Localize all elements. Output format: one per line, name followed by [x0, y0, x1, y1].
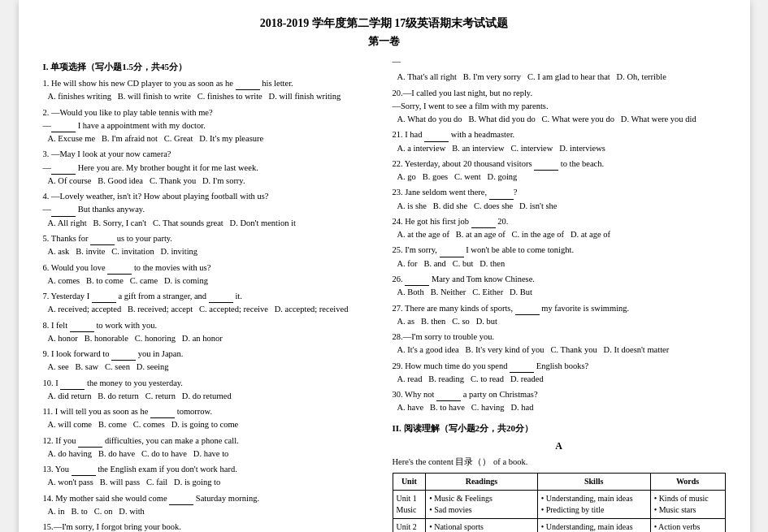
question-13: 13. You the English exam if you don't wo…	[43, 463, 376, 490]
q8-text: 8. I felt to work with you.	[43, 321, 158, 330]
question-15: 15.—I'm sorry, I forgot bring your book.…	[43, 521, 376, 532]
q13-text: 13. You the English exam if you don't wo…	[43, 465, 237, 474]
section1-header: I. 单项选择（写小题1.5分，共45分）	[43, 60, 376, 74]
question-26: 26. Mary and Tom know Chinese. A. Both B…	[393, 273, 726, 300]
q4-text: 4. —Lovely weather, isn't it? How about …	[43, 192, 269, 201]
q30-text: 30. Why not a party on Christmas?	[393, 390, 538, 399]
question-28: 28.—I'm sorry to trouble you. A. It's a …	[393, 331, 726, 357]
volume-title: 第一卷	[43, 34, 726, 49]
q29-text: 29. How much time do you spend English b…	[393, 361, 589, 370]
q5-text: 5. Thanks for us to your party.	[43, 234, 173, 243]
section2-header: II. 阅读理解（写小题2分，共20分）	[393, 422, 726, 435]
question-21: 21. I had with a headmaster. A. a interv…	[393, 128, 726, 155]
question-9: 9. I look forward to you in Japan. A. se…	[43, 348, 376, 374]
q7-text: 7. Yesterday I a gift from a stranger, a…	[43, 292, 242, 301]
cell-skills: Understanding, main ideasGuessing meanin…	[537, 518, 650, 532]
section2: II. 阅读理解（写小题2分，共20分） A Here's the conten…	[393, 422, 726, 532]
q9-options: A. see B. saw C. seen D. seeing	[48, 361, 376, 374]
cell-readings: National sportsThe ancient Olympic Games	[426, 518, 538, 532]
q19-dash: —	[393, 55, 726, 68]
q22-options: A. go B. goes C. went D. going	[397, 171, 726, 184]
q26-options: A. Both B. Neither C. Either D. But	[397, 286, 726, 299]
q21-options: A. a interview B. an interview C. interv…	[397, 142, 726, 155]
question-12: 12. If you difficulties, you can make a …	[43, 435, 376, 461]
q24-options: A. at the age of B. at an age of C. in t…	[397, 228, 726, 241]
q13-options: A. won't pass B. will pass C. fail D. is…	[48, 476, 376, 489]
q2-text: 2. —Would you like to play table tennis …	[43, 108, 213, 117]
question-23: 23. Jane seldom went there, ? A. is she …	[393, 186, 726, 213]
q20-text: 20.—I called you last night, but no repl…	[393, 89, 533, 97]
q11-options: A. will come B. come C. comes D. is goin…	[48, 418, 376, 431]
q12-text: 12. If you difficulties, you can make a …	[43, 436, 239, 445]
q7-options: A. received; accepted B. received; accep…	[48, 303, 376, 316]
q21-text: 21. I had with a headmaster.	[393, 130, 515, 139]
right-column: — A. That's all right B. I'm very sorry …	[393, 55, 726, 532]
question-3: 3. —May I look at your now camera? — Her…	[43, 148, 376, 188]
q12-options: A. do having B. do have C. do to have D.…	[48, 448, 376, 461]
content-table: Unit Readings Skills Words Unit 1 MusicM…	[393, 473, 726, 532]
section2-intro: Here's the content 目录（） of a book.	[393, 456, 726, 469]
q26-text: 26. Mary and Tom know Chinese.	[393, 275, 535, 283]
question-29: 29. How much time do you spend English b…	[393, 360, 726, 387]
cell-unit: Unit 1 Music	[393, 490, 426, 518]
question-2: 2. —Would you like to play table tennis …	[43, 106, 376, 146]
cell-readings: Music & FeelingsSad movies	[426, 490, 538, 518]
q1-options: A. finishes writing B. will finish to wr…	[48, 90, 376, 103]
table-row: Unit 1 MusicMusic & FeelingsSad moviesUn…	[393, 490, 725, 518]
q28-text: 28.—I'm sorry to trouble you.	[393, 332, 495, 341]
q8-options: A. honor B. honorable C. honoring D. an …	[48, 332, 376, 345]
question-8: 8. I felt to work with you. A. honor B. …	[43, 319, 376, 346]
question-11: 11. I will tell you as soon as he tomorr…	[43, 405, 376, 432]
col-header-skills: Skills	[537, 473, 650, 490]
table-row: Unit 2 SportsNational sportsThe ancient …	[393, 518, 725, 532]
q3-options: A. Of course B. Good idea C. Thank you D…	[48, 175, 376, 188]
question-25: 25. I'm sorry, I won't be able to come t…	[393, 244, 726, 270]
q5-options: A. ask B. invite C. invitation D. inviti…	[48, 245, 376, 258]
page-title: 2018-2019 学年度第二学期 17级英语期末考试试题	[43, 16, 726, 31]
col-header-unit: Unit	[393, 473, 426, 490]
q3-text: 3. —May I look at your now camera?	[43, 149, 171, 158]
question-5: 5. Thanks for us to your party. A. ask B…	[43, 232, 376, 259]
question-1: 1. He will show his new CD player to you…	[43, 77, 376, 104]
q10-options: A. did return B. do return C. return D. …	[48, 390, 376, 403]
q19-options: A. That's all right B. I'm very sorry C.…	[397, 71, 726, 84]
question-4: 4. —Lovely weather, isn't it? How about …	[43, 190, 376, 230]
q6-options: A. comes B. to come C. came D. is coming	[48, 275, 376, 288]
q1-text: 1. He will show his new CD player to you…	[43, 79, 293, 88]
question-10: 10. I the money to you yesterday. A. did…	[43, 377, 376, 404]
q30-options: A. have B. to have C. having D. had	[397, 401, 726, 414]
q15-text: 15.—I'm sorry, I forgot bring your book.	[43, 522, 181, 531]
col-header-readings: Readings	[426, 473, 538, 490]
q14-options: A. in B. to C. on D. with	[48, 505, 376, 518]
q2-options: A. Excuse me B. I'm afraid not C. Great …	[48, 132, 376, 145]
cell-unit: Unit 2 Sports	[393, 518, 426, 532]
q9-text: 9. I look forward to you in Japan.	[43, 349, 184, 358]
section2-col-a: A	[393, 439, 726, 454]
q23-text: 23. Jane seldom went there, ?	[393, 188, 518, 197]
q25-text: 25. I'm sorry, I won't be able to come t…	[393, 245, 575, 254]
question-7: 7. Yesterday I a gift from a stranger, a…	[43, 290, 376, 317]
q14-text: 14. My mother said she would come Saturd…	[43, 494, 260, 503]
question-24: 24. He got his first job 20. A. at the a…	[393, 215, 726, 242]
cell-words: Kinds of musicMusic stars	[650, 490, 725, 518]
exam-page: 2018-2019 学年度第二学期 17级英语期末考试试题 第一卷 I. 单项选…	[19, 0, 750, 532]
q4-options: A. All right B. Sorry, I can't C. That s…	[48, 217, 376, 230]
q11-text: 11. I will tell you as soon as he tomorr…	[43, 407, 213, 416]
q27-text: 27. There are many kinds of sports, my f…	[393, 304, 630, 313]
col-header-words: Words	[650, 473, 725, 490]
q28-options: A. It's a good idea B. It's very kind of…	[397, 344, 726, 357]
q10-text: 10. I the money to you yesterday.	[43, 378, 184, 387]
question-27: 27. There are many kinds of sports, my f…	[393, 302, 726, 329]
question-6: 6. Would you love to the movies with us?…	[43, 262, 376, 288]
q29-options: A. read B. reading C. to read D. readed	[397, 373, 726, 386]
q23-options: A. is she B. did she C. does she D. isn'…	[397, 200, 726, 213]
q27-options: A. as B. then C. so D. but	[397, 315, 726, 328]
question-22: 22. Yesterday, about 20 thousand visitor…	[393, 158, 726, 184]
left-column: I. 单项选择（写小题1.5分，共45分） 1. He will show hi…	[43, 55, 376, 532]
q22-text: 22. Yesterday, about 20 thousand visitor…	[393, 159, 605, 168]
question-30: 30. Why not a party on Christmas? A. hav…	[393, 388, 726, 415]
q20-options: A. What do you do B. What did you do C. …	[397, 113, 726, 126]
q6-text: 6. Would you love to the movies with us?	[43, 263, 211, 272]
cell-words: Action verbsNames of sportsSports tools	[650, 518, 725, 532]
cell-skills: Understanding, main ideasPredicting by t…	[537, 490, 650, 518]
